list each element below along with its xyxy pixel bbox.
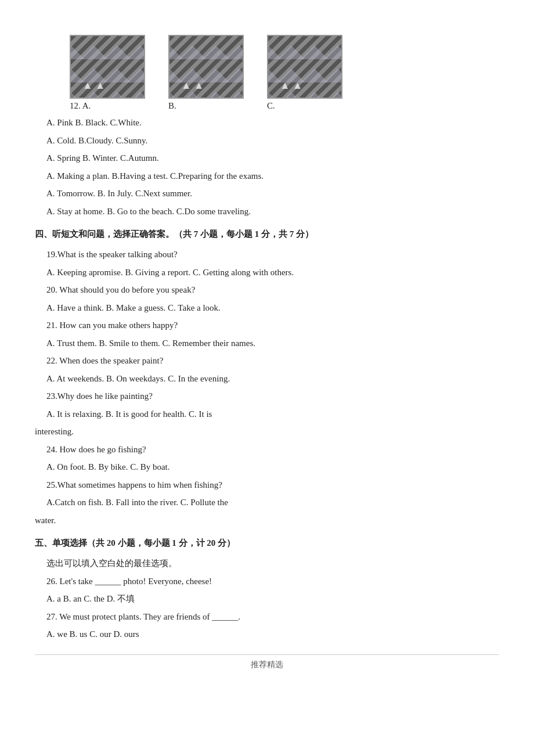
image-block-A: 12. A. [70, 35, 145, 111]
q20-options-text: A. Have a think. B. Make a guess. C. Tak… [46, 303, 221, 312]
q15-text: A. Spring B. Winter. C.Autumn. [46, 153, 159, 163]
q26-question: 26. Let's take ______ photo! Everyone, c… [46, 577, 212, 586]
section4-header: 四、听短文和问题，选择正确答案。（共 7 小题，每小题 1 分，共 7 分） [35, 225, 499, 243]
question-18: A. Stay at home. B. Go to the beach. C.D… [46, 203, 499, 220]
question-25: 25.What sometimes happens to him when fi… [46, 477, 499, 494]
question-26: 26. Let's take ______ photo! Everyone, c… [46, 573, 499, 590]
image-block-B: B. [168, 35, 244, 111]
footer: 推荐精选 [35, 654, 499, 670]
question-15: A. Spring B. Winter. C.Autumn. [46, 150, 499, 167]
image-label-B: B. [168, 101, 176, 111]
question-16: A. Making a plan. B.Having a test. C.Pre… [46, 168, 499, 185]
q22-options-text: A. At weekends. B. On weekdays. C. In th… [46, 374, 230, 383]
q25-options-line2: water. [35, 516, 56, 525]
q22-options: A. At weekends. B. On weekdays. C. In th… [46, 370, 499, 387]
q27-options: A. we B. us C. our D. ours [46, 626, 499, 643]
q19-question: 19.What is the speaker talking about? [46, 250, 178, 259]
question-12-images: 12. A. B. C. [70, 35, 499, 111]
q24-question: 24. How does he go fishing? [46, 445, 146, 454]
q20-question: 20. What should you do before you speak? [46, 285, 195, 294]
q21-options-text: A. Trust them. B. Smile to them. C. Reme… [46, 339, 255, 348]
q25-options-line1: A.Catch on fish. B. Fall into the river.… [46, 498, 228, 507]
q26-options: A. a B. an C. the D. 不填 [46, 591, 499, 607]
q19-options-text: A. Keeping apromise. B. Giving a report.… [46, 268, 294, 277]
question-19: 19.What is the speaker talking about? [46, 246, 499, 263]
q16-text: A. Making a plan. B.Having a test. C.Pre… [46, 171, 264, 181]
q14-text: A. Cold. B.Cloudy. C.Sunny. [46, 136, 147, 145]
section5-header: 五、单项选择（共 20 小题，每小题 1 分，计 20 分） [35, 534, 499, 552]
q23-options: A. It is relaxing. B. It is good for hea… [35, 406, 499, 423]
question-21: 21. How can you make others happy? [46, 317, 499, 334]
q17-text: A. Tomorrow. B. In July. C.Next summer. [46, 189, 192, 198]
question-22: 22. When does the speaker paint? [46, 352, 499, 369]
image-label-A: 12. A. [70, 101, 91, 111]
question-17: A. Tomorrow. B. In July. C.Next summer. [46, 185, 499, 202]
question-27: 27. We must protect plants. They are fri… [46, 609, 499, 625]
q18-text: A. Stay at home. B. Go to the beach. C.D… [46, 207, 251, 216]
q23-options-line2: interesting. [35, 427, 74, 436]
question-14: A. Cold. B.Cloudy. C.Sunny. [46, 132, 499, 149]
image-label-C: C. [267, 101, 275, 111]
question-13: A. Pink B. Black. C.White. [46, 114, 499, 131]
q23-options-line1: A. It is relaxing. B. It is good for hea… [46, 409, 212, 419]
q24-options: A. On foot. B. By bike. C. By boat. [46, 459, 499, 476]
q25-options-wrap: water. [35, 512, 499, 529]
q24-options-text: A. On foot. B. By bike. C. By boat. [46, 462, 170, 471]
image-A [70, 35, 145, 99]
image-B [168, 35, 244, 99]
image-block-C: C. [267, 35, 342, 111]
q13-text: A. Pink B. Black. C.White. [46, 118, 142, 127]
q22-question: 22. When does the speaker paint? [46, 356, 163, 365]
q21-options: A. Trust them. B. Smile to them. C. Reme… [46, 335, 499, 352]
image-C [267, 35, 342, 99]
question-24: 24. How does he go fishing? [46, 441, 499, 458]
question-23: 23.Why does he like painting? [46, 388, 499, 405]
q23-question: 23.Why does he like painting? [46, 391, 153, 401]
q25-question: 25.What sometimes happens to him when fi… [46, 480, 222, 489]
question-20: 20. What should you do before you speak? [46, 282, 499, 298]
q27-question: 27. We must protect plants. They are fri… [46, 612, 240, 621]
q25-options: A.Catch on fish. B. Fall into the river.… [35, 494, 499, 511]
q21-question: 21. How can you make others happy? [46, 321, 178, 330]
q19-options: A. Keeping apromise. B. Giving a report.… [35, 264, 499, 281]
section5-subheader: 选出可以填入空白处的最佳选项。 [46, 555, 499, 572]
q23-options-wrap: interesting. [35, 423, 499, 440]
main-content: 12. A. B. C. A. Pink B. Black. C.White. … [35, 35, 499, 670]
q27-options-text: A. we B. us C. our D. ours [46, 629, 139, 639]
q26-options-text: A. a B. an C. the D. 不填 [46, 594, 135, 603]
q20-options: A. Have a think. B. Make a guess. C. Tak… [46, 300, 499, 316]
